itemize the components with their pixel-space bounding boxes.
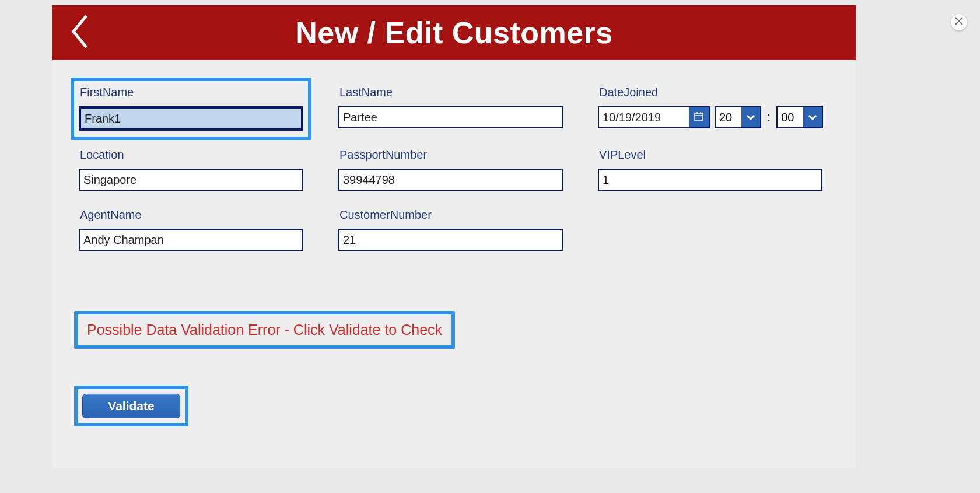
validation-message: Possible Data Validation Error - Click V… xyxy=(87,321,442,338)
label-location: Location xyxy=(80,148,303,162)
page-header: New / Edit Customers xyxy=(52,5,856,60)
input-passport[interactable] xyxy=(338,169,563,191)
calendar-icon xyxy=(694,111,704,124)
time-separator: : xyxy=(766,110,772,125)
page-title: New / Edit Customers xyxy=(52,15,856,50)
field-firstname: FirstName xyxy=(79,86,303,131)
chevron-down-icon xyxy=(746,112,755,123)
date-value: 10/19/2019 xyxy=(599,110,689,125)
input-viplevel[interactable] xyxy=(598,169,822,191)
calendar-button[interactable] xyxy=(689,107,709,127)
field-passport: PassportNumber xyxy=(338,148,563,191)
input-agentname[interactable] xyxy=(79,229,303,251)
field-customernumber: CustomerNumber xyxy=(338,208,563,251)
label-viplevel: VIPLevel xyxy=(599,148,822,162)
field-viplevel: VIPLevel xyxy=(598,148,822,191)
date-picker[interactable]: 10/19/2019 xyxy=(598,106,710,128)
label-datejoined: DateJoined xyxy=(599,86,822,99)
highlight-firstname: FirstName xyxy=(71,78,312,140)
close-button[interactable] xyxy=(951,14,967,30)
label-firstname: FirstName xyxy=(80,86,303,99)
field-datejoined: DateJoined 10/19/2019 20 xyxy=(598,86,822,131)
validate-button[interactable]: Validate xyxy=(82,394,180,418)
label-agentname: AgentName xyxy=(80,208,303,222)
input-firstname[interactable] xyxy=(79,106,303,131)
svg-rect-2 xyxy=(695,113,703,120)
chevron-left-icon xyxy=(69,41,90,51)
label-passport: PassportNumber xyxy=(340,148,563,162)
validation-message-box: Possible Data Validation Error - Click V… xyxy=(74,311,455,349)
hour-spinner[interactable]: 20 xyxy=(715,106,761,128)
minute-spinner[interactable]: 00 xyxy=(776,106,823,128)
form-grid: FirstName LastName DateJoined 10/19/2019 xyxy=(79,86,831,268)
minute-dropdown[interactable] xyxy=(803,107,822,127)
back-button[interactable] xyxy=(69,13,90,52)
chevron-down-icon xyxy=(808,112,817,123)
input-location[interactable] xyxy=(79,169,303,191)
field-agentname: AgentName xyxy=(79,208,303,251)
label-customernumber: CustomerNumber xyxy=(340,208,563,222)
minute-value: 00 xyxy=(778,111,803,124)
field-location: Location xyxy=(79,148,303,191)
input-customernumber[interactable] xyxy=(338,229,563,251)
validate-button-label: Validate xyxy=(108,399,154,413)
hour-value: 20 xyxy=(716,111,741,124)
hour-dropdown[interactable] xyxy=(741,107,760,127)
form-panel: FirstName LastName DateJoined 10/19/2019 xyxy=(52,60,856,468)
close-icon xyxy=(955,17,963,27)
label-lastname: LastName xyxy=(340,86,563,99)
validate-button-highlight: Validate xyxy=(74,386,188,426)
field-lastname: LastName xyxy=(338,86,563,131)
input-lastname[interactable] xyxy=(338,106,563,128)
